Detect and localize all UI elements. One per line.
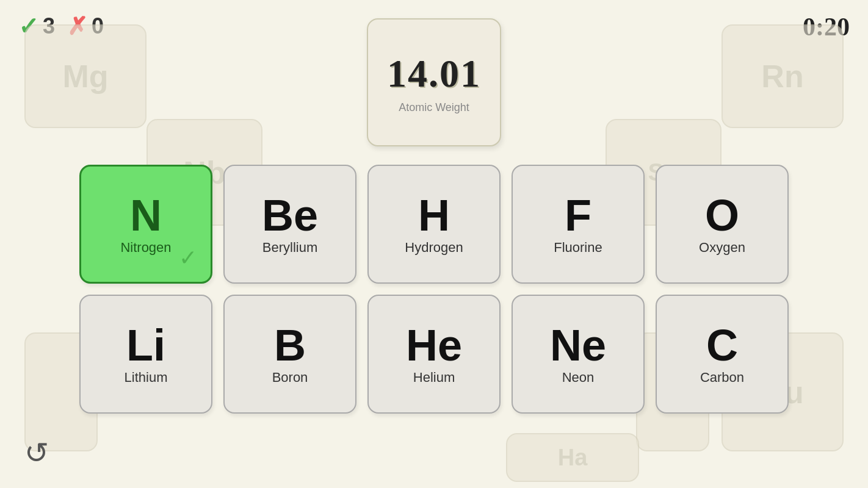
element-name-beryllium: Beryllium bbox=[262, 240, 317, 256]
element-name-neon: Neon bbox=[562, 370, 595, 386]
clue-card: 14.01 Atomic Weight bbox=[367, 18, 501, 146]
element-card-hydrogen[interactable]: H Hydrogen bbox=[367, 165, 501, 284]
element-name-nitrogen: Nitrogen bbox=[120, 240, 171, 256]
grid-row-2: Li Lithium B Boron He Helium Ne Neon C C… bbox=[79, 295, 789, 414]
element-name-fluorine: Fluorine bbox=[554, 240, 602, 256]
ghost-card-ha: Ha bbox=[506, 433, 639, 482]
element-name-oxygen: Oxygen bbox=[699, 240, 745, 256]
element-symbol-beryllium: Be bbox=[262, 193, 318, 237]
element-name-hydrogen: Hydrogen bbox=[405, 240, 463, 256]
element-symbol-helium: He bbox=[406, 323, 462, 367]
grid-row-1: N Nitrogen ✓ Be Beryllium H Hydrogen F F… bbox=[79, 165, 789, 284]
ghost-card-rn: Rn bbox=[722, 24, 844, 128]
clue-value: 14.01 bbox=[387, 51, 481, 96]
ghost-card-mg: Mg bbox=[24, 24, 146, 128]
element-card-fluorine[interactable]: F Fluorine bbox=[512, 165, 645, 284]
element-card-nitrogen[interactable]: N Nitrogen ✓ bbox=[79, 165, 212, 284]
card-check-nitrogen: ✓ bbox=[179, 245, 197, 271]
element-name-lithium: Lithium bbox=[125, 370, 168, 386]
element-symbol-nitrogen: N bbox=[130, 193, 162, 237]
element-name-carbon: Carbon bbox=[700, 370, 744, 386]
element-symbol-oxygen: O bbox=[705, 193, 739, 237]
element-card-carbon[interactable]: C Carbon bbox=[656, 295, 789, 414]
element-grid: N Nitrogen ✓ Be Beryllium H Hydrogen F F… bbox=[79, 165, 789, 414]
element-card-neon[interactable]: Ne Neon bbox=[512, 295, 645, 414]
element-symbol-neon: Ne bbox=[550, 323, 606, 367]
undo-button[interactable]: ↺ bbox=[24, 436, 49, 470]
element-symbol-carbon: C bbox=[706, 323, 738, 367]
element-symbol-hydrogen: H bbox=[418, 193, 450, 237]
clue-label: Atomic Weight bbox=[399, 101, 469, 114]
element-card-boron[interactable]: B Boron bbox=[223, 295, 356, 414]
element-name-boron: Boron bbox=[272, 370, 308, 386]
element-symbol-lithium: Li bbox=[126, 323, 165, 367]
element-card-beryllium[interactable]: Be Beryllium bbox=[223, 165, 356, 284]
element-name-helium: Helium bbox=[413, 370, 455, 386]
element-symbol-fluorine: F bbox=[565, 193, 591, 237]
element-card-oxygen[interactable]: O Oxygen bbox=[656, 165, 789, 284]
element-card-helium[interactable]: He Helium bbox=[367, 295, 501, 414]
element-card-lithium[interactable]: Li Lithium bbox=[79, 295, 212, 414]
element-symbol-boron: B bbox=[274, 323, 306, 367]
